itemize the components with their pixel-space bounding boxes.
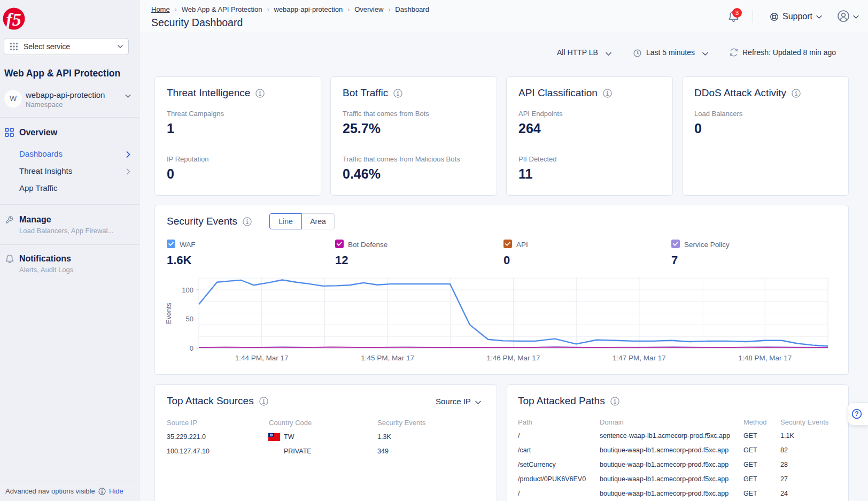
svg-text:0: 0 bbox=[190, 344, 193, 352]
svg-text:Events: Events bbox=[165, 303, 173, 324]
svg-text:50: 50 bbox=[186, 315, 193, 323]
svg-text:f5: f5 bbox=[6, 10, 21, 29]
svg-text:1:47 PM, Mar 17: 1:47 PM, Mar 17 bbox=[613, 354, 666, 362]
svg-text:1:46 PM, Mar 17: 1:46 PM, Mar 17 bbox=[487, 354, 540, 362]
svg-text:100: 100 bbox=[182, 286, 193, 294]
svg-text:1:45 PM, Mar 17: 1:45 PM, Mar 17 bbox=[361, 354, 414, 362]
svg-text:?: ? bbox=[855, 410, 858, 418]
svg-text:1:44 PM, Mar 17: 1:44 PM, Mar 17 bbox=[235, 354, 289, 362]
svg-text:1:48 PM, Mar 17: 1:48 PM, Mar 17 bbox=[738, 354, 792, 362]
